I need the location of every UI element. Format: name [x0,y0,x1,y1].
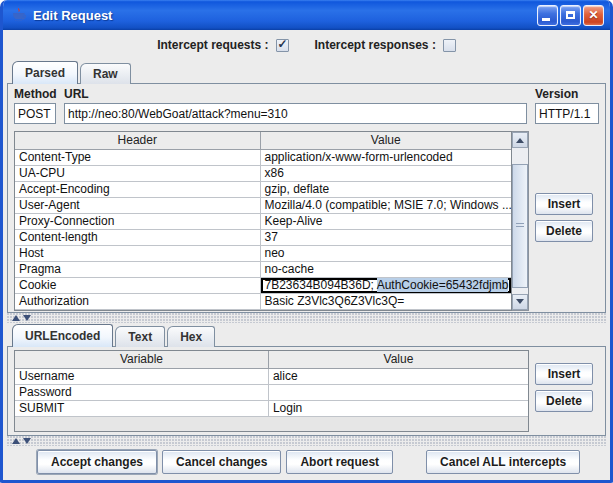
divider-collapse-controls-2 [12,438,31,444]
cell-value[interactable] [268,384,528,400]
cell-name[interactable]: User-Agent [15,197,260,213]
request-tabs: ParsedRaw [7,60,606,83]
cell-value[interactable]: alice [268,368,528,384]
params-col-variable[interactable]: Variable [15,351,268,368]
intercept-requests-group: Intercept requests : [157,38,288,52]
collapse-up-icon[interactable] [12,315,20,321]
params-table-area: Variable Value UsernamealicePasswordSUBM… [14,350,599,432]
scroll-down-button[interactable] [512,294,528,310]
params-col-value[interactable]: Value [268,351,528,368]
method-label: Method [14,87,64,101]
cell-value[interactable]: Keep-Alive [260,213,511,229]
collapse-up-icon[interactable] [12,438,20,444]
params-insert-button[interactable]: Insert [535,363,593,385]
java-cup-icon [10,7,27,24]
cancel-changes-button[interactable]: Cancel changes [162,450,281,474]
tab-parsed[interactable]: Parsed [12,61,78,84]
headers-table-wrap: Header Value Content-Typeapplication/x-w… [14,131,512,311]
cell-name[interactable]: Pragma [15,261,260,277]
intercept-options-row: Intercept requests : Intercept responses… [7,30,606,60]
url-field[interactable] [64,103,527,124]
version-field[interactable] [535,103,599,124]
table-row[interactable]: Content-Typeapplication/x-www-form-urlen… [15,149,511,165]
cell-name[interactable]: Cookie [15,277,260,293]
edit-request-window: Edit Request ✕ Intercept requests : Inte… [0,0,613,483]
split-divider-top[interactable] [7,313,606,323]
cancel-all-intercepts-button[interactable]: Cancel ALL intercepts [426,450,580,474]
collapse-down-icon[interactable] [23,438,31,444]
intercept-requests-label: Intercept requests : [157,38,268,52]
tab-raw[interactable]: Raw [80,63,131,84]
table-row[interactable]: Proxy-ConnectionKeep-Alive [15,213,511,229]
abort-request-button[interactable]: Abort request [286,450,393,474]
collapse-down-icon[interactable] [23,315,31,321]
headers-col-header[interactable]: Header [15,132,260,149]
maximize-button[interactable] [560,5,581,26]
table-row[interactable]: AuthorizationBasic Z3Vlc3Q6Z3Vlc3Q= [15,293,511,309]
headers-table-area: Header Value Content-Typeapplication/x-w… [14,131,599,311]
table-row[interactable]: SUBMITLogin [15,400,528,416]
scroll-track[interactable] [512,148,528,294]
cell-value[interactable]: x86 [260,165,511,181]
close-button[interactable]: ✕ [583,5,604,26]
table-row[interactable]: UA-CPUx86 [15,165,511,181]
close-icon: ✕ [588,9,598,21]
method-field[interactable] [14,103,56,124]
cell-value[interactable]: Mozilla/4.0 (compatible; MSIE 7.0; Windo… [260,197,511,213]
split-divider-bottom[interactable] [7,436,606,446]
tab-text[interactable]: Text [115,326,165,347]
edit-text-selected: AuthCookie=65432fdjmb [377,278,509,292]
table-row[interactable]: Pragmano-cache [15,261,511,277]
cell-name[interactable]: Accept-Encoding [15,181,260,197]
cell-value[interactable]: 7B23634B094B36D; AuthCookie=65432fdjmb [260,277,511,293]
scroll-up-button[interactable] [512,132,528,148]
accept-changes-button[interactable]: Accept changes [37,450,157,474]
url-label: URL [64,87,535,101]
table-row[interactable]: Hostneo [15,245,511,261]
window-title: Edit Request [33,8,537,23]
params-delete-button[interactable]: Delete [535,390,593,412]
scroll-thumb[interactable] [512,164,528,288]
intercept-requests-checkbox[interactable] [276,39,289,52]
cell-name[interactable]: Username [15,368,268,384]
intercept-responses-checkbox[interactable] [443,39,456,52]
cell-value[interactable]: gzip, deflate [260,181,511,197]
table-row[interactable]: Cookie7B23634B094B36D; AuthCookie=65432f… [15,277,511,293]
table-row[interactable]: Password [15,384,528,400]
headers-delete-button[interactable]: Delete [535,220,593,242]
cell-name[interactable]: UA-CPU [15,165,260,181]
params-table-wrap: Variable Value UsernamealicePasswordSUBM… [14,350,529,432]
table-row[interactable]: Usernamealice [15,368,528,384]
cell-value[interactable]: neo [260,245,511,261]
minimize-button[interactable] [537,5,558,26]
table-row[interactable]: User-AgentMozilla/4.0 (compatible; MSIE … [15,197,511,213]
arrow-up-icon [516,138,524,143]
cell-name[interactable]: Host [15,245,260,261]
arrow-down-icon [516,299,524,304]
cell-value[interactable]: application/x-www-form-urlencoded [260,149,511,165]
edit-text-plain: 7B23634B094B36D; [265,278,377,292]
table-row[interactable]: Accept-Encodinggzip, deflate [15,181,511,197]
cell-value[interactable]: Login [268,400,528,416]
tab-hex[interactable]: Hex [167,326,215,347]
cell-value[interactable]: 37 [260,229,511,245]
cell-name[interactable]: Proxy-Connection [15,213,260,229]
cell-name[interactable]: Content-length [15,229,260,245]
table-row[interactable]: Content-length37 [15,229,511,245]
cell-value[interactable]: Basic Z3Vlc3Q6Z3Vlc3Q= [260,293,511,309]
headers-col-value[interactable]: Value [260,132,511,149]
divider-collapse-controls [12,315,31,321]
cell-value[interactable]: no-cache [260,261,511,277]
dialog-content: Intercept requests : Intercept responses… [3,30,610,480]
window-controls: ✕ [537,5,604,26]
body-tabpane: URLEncodedTextHex Variable Value Usernam… [7,323,606,436]
footer-buttons-row: Accept changesCancel changesAbort reques… [7,446,606,478]
tab-urlencoded[interactable]: URLEncoded [12,324,113,347]
cell-name[interactable]: Content-Type [15,149,260,165]
cell-name[interactable]: SUBMIT [15,400,268,416]
cell-name[interactable]: Authorization [15,293,260,309]
parsed-tab-content: Method URL Version Header Value [7,83,606,313]
titlebar[interactable]: Edit Request ✕ [3,0,610,30]
cell-name[interactable]: Password [15,384,268,400]
headers-insert-button[interactable]: Insert [535,193,593,215]
